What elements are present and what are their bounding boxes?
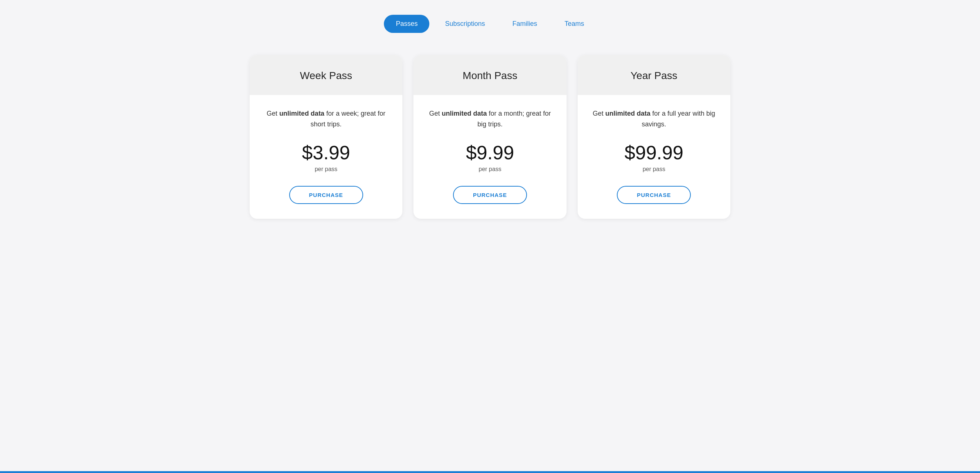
year-pass-title: Year Pass: [589, 70, 719, 82]
week-pass-body: Get unlimited data for a week; great for…: [250, 95, 402, 219]
month-pass-price-label: per pass: [479, 166, 501, 173]
month-pass-price: $9.99: [466, 141, 514, 164]
week-pass-purchase-button[interactable]: PURCHASE: [289, 186, 363, 204]
tab-teams[interactable]: Teams: [553, 15, 596, 33]
week-pass-header: Week Pass: [250, 55, 402, 95]
year-pass-price: $99.99: [625, 141, 683, 164]
pricing-cards: Week Pass Get unlimited data for a week;…: [250, 55, 730, 219]
month-pass-body: Get unlimited data for a month; great fo…: [414, 95, 566, 219]
month-pass-header: Month Pass: [414, 55, 566, 95]
month-pass-card: Month Pass Get unlimited data for a mont…: [414, 55, 566, 219]
tab-passes[interactable]: Passes: [384, 15, 430, 33]
month-pass-description: Get unlimited data for a month; great fo…: [425, 108, 555, 130]
year-pass-description: Get unlimited data for a full year with …: [589, 108, 719, 130]
year-pass-bold: unlimited data: [605, 110, 651, 117]
week-pass-price-label: per pass: [315, 166, 337, 173]
tab-navigation: Passes Subscriptions Families Teams: [384, 15, 596, 55]
year-pass-price-label: per pass: [643, 166, 665, 173]
week-pass-description: Get unlimited data for a week; great for…: [261, 108, 391, 130]
year-pass-card: Year Pass Get unlimited data for a full …: [578, 55, 730, 219]
year-pass-purchase-button[interactable]: PURCHASE: [617, 186, 691, 204]
tab-subscriptions[interactable]: Subscriptions: [433, 15, 496, 33]
year-pass-body: Get unlimited data for a full year with …: [578, 95, 730, 219]
week-pass-title: Week Pass: [261, 70, 391, 82]
month-pass-purchase-button[interactable]: PURCHASE: [453, 186, 527, 204]
tab-bar: Passes Subscriptions Families Teams: [384, 15, 596, 33]
week-pass-bold: unlimited data: [279, 110, 325, 117]
month-pass-title: Month Pass: [425, 70, 555, 82]
week-pass-price: $3.99: [302, 141, 350, 164]
tab-families[interactable]: Families: [501, 15, 549, 33]
bottom-accent-bar: [0, 471, 980, 473]
week-pass-card: Week Pass Get unlimited data for a week;…: [250, 55, 402, 219]
year-pass-header: Year Pass: [578, 55, 730, 95]
month-pass-bold: unlimited data: [442, 110, 487, 117]
